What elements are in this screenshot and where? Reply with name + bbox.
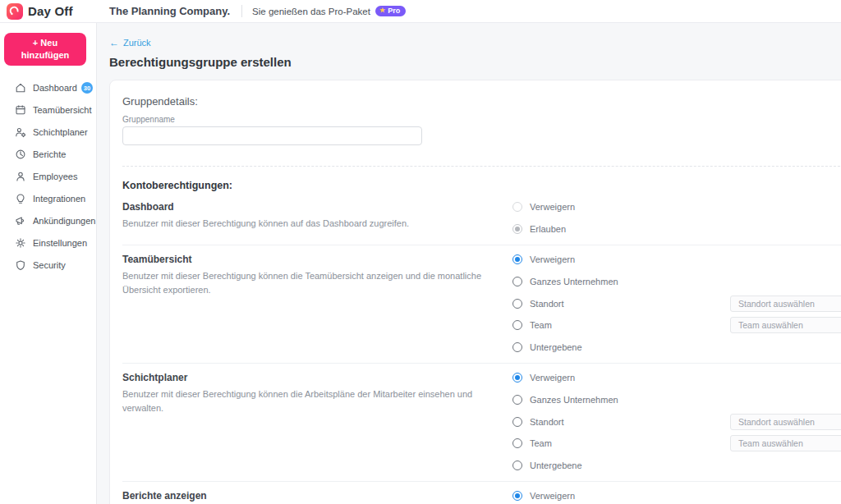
radio-standort[interactable]	[512, 299, 522, 309]
lightbulb-icon	[15, 193, 26, 204]
home-icon	[15, 82, 26, 94]
radio-verweigern[interactable]	[512, 254, 522, 264]
sidebar: + Neuhinzufügen Dashboard30Teamübersicht…	[0, 23, 97, 504]
megaphone-icon	[15, 215, 26, 227]
sidebar-item-berichte[interactable]: Berichte	[0, 144, 96, 166]
dashed-divider	[122, 166, 841, 167]
brand[interactable]: Day Off	[0, 3, 109, 20]
section-description: Benutzer mit dieser Berechtigung können …	[122, 269, 488, 297]
calendar-icon	[15, 104, 26, 116]
radio-standort[interactable]	[512, 417, 522, 427]
radio-option-row: StandortStandort auswählen	[512, 410, 841, 433]
back-link[interactable]: ← Zurück	[109, 37, 151, 48]
sidebar-nav: Dashboard30TeamübersichtSchichtplanerBer…	[0, 77, 96, 277]
sidebar-item-label: Schichtplaner	[33, 127, 88, 137]
permission-group-card: Gruppendetails: Gruppenname Kontoberecht…	[109, 80, 841, 504]
person-gear-icon	[15, 126, 26, 138]
radio-team[interactable]	[512, 438, 522, 448]
radio-ganzes-unternehmen[interactable]	[512, 395, 522, 405]
person-icon	[15, 171, 26, 182]
section-description: Benutzer mit dieser Berechtigung können …	[122, 217, 488, 231]
radio-option-row: Untergebene	[512, 455, 841, 477]
sidebar-item-label: Einstellungen	[33, 238, 87, 248]
sidebar-item-team-bersicht[interactable]: Teamübersicht	[0, 99, 96, 121]
sidebar-item-integrationen[interactable]: Integrationen	[0, 188, 96, 210]
radio-team[interactable]	[512, 320, 522, 330]
section-title: Schichtplaner	[122, 372, 488, 383]
account-permissions-heading: Kontoberechtigungen:	[122, 180, 841, 191]
shield-icon	[15, 259, 26, 271]
radio-label: Verweigern	[530, 202, 575, 212]
clock-icon	[15, 149, 26, 160]
section-title: Teamübersicht	[122, 254, 488, 265]
pro-plan-note: Sie genießen das Pro-Paket	[252, 7, 370, 16]
radio-label: Team	[530, 438, 552, 448]
group-name-input[interactable]	[122, 126, 422, 145]
main-content: ← Zurück Berechtigungsgruppe erstellen G…	[97, 23, 841, 504]
sidebar-item-ank-ndigungen[interactable]: Ankündigungen	[0, 210, 96, 232]
radio-label: Team	[530, 320, 552, 330]
radio-verweigern[interactable]	[512, 491, 522, 501]
new-add-line2: hinzufügen	[21, 50, 70, 60]
sidebar-item-label: Integrationen	[33, 194, 85, 204]
radio-option-row: TeamTeam auswählen	[512, 433, 841, 455]
standort-select[interactable]: Standort auswählen	[730, 296, 841, 312]
top-header: Day Off The Planning Company. Sie genieß…	[0, 0, 841, 23]
plus-icon: +	[33, 38, 38, 48]
sidebar-item-employees[interactable]: Employees	[0, 166, 96, 188]
radio-ganzes-unternehmen[interactable]	[512, 277, 522, 286]
sidebar-item-dashboard[interactable]: Dashboard30	[0, 77, 96, 99]
section-options: VerweigernErlauben	[512, 196, 841, 240]
sidebar-item-label: Employees	[33, 172, 77, 181]
permission-sections: DashboardBenutzer mit dieser Berechtigun…	[122, 193, 841, 504]
radio-verweigern	[512, 202, 522, 212]
sidebar-item-einstellungen[interactable]: Einstellungen	[0, 232, 96, 254]
permission-section-berichte-anzeigen: Berichte anzeigenBenutzer mit dieser Ber…	[122, 481, 841, 504]
star-icon: ★	[379, 7, 385, 14]
section-options: VerweigernGanzes UnternehmenStandortStan…	[512, 367, 841, 476]
header-divider	[241, 5, 242, 17]
sidebar-item-label: Ankündigungen	[33, 216, 95, 226]
standort-select[interactable]: Standort auswählen	[730, 414, 841, 430]
team-select[interactable]: Team auswählen	[730, 435, 841, 451]
radio-label: Standort	[530, 299, 564, 309]
sidebar-item-label: Berichte	[33, 149, 66, 159]
radio-option-row: TeamTeam auswählen	[512, 314, 841, 337]
new-add-button[interactable]: + Neuhinzufügen	[4, 33, 86, 66]
sidebar-item-security[interactable]: Security	[0, 254, 96, 277]
radio-option-row: Verweigern	[512, 249, 841, 271]
permission-section-team-bersicht: TeamübersichtBenutzer mit dieser Berecht…	[122, 245, 841, 363]
permission-section-schichtplaner: SchichtplanerBenutzer mit dieser Berecht…	[122, 363, 841, 481]
radio-untergebene[interactable]	[512, 460, 522, 470]
radio-option-row: StandortStandort auswählen	[512, 292, 841, 314]
page-title: Berechtigungsgruppe erstellen	[109, 55, 841, 69]
back-link-label: Zurück	[123, 38, 151, 48]
company-name: The Planning Company.	[109, 5, 230, 17]
radio-untergebene[interactable]	[512, 342, 522, 352]
sidebar-item-label: Dashboard	[33, 83, 77, 93]
radio-label: Verweigern	[530, 254, 575, 264]
radio-label: Untergebene	[530, 342, 582, 352]
radio-option-row: Verweigern	[512, 196, 841, 218]
radio-label: Untergebene	[530, 460, 582, 470]
section-info: DashboardBenutzer mit dieser Berechtigun…	[122, 201, 512, 240]
dayoff-logo-icon	[7, 3, 23, 20]
body-row: + Neuhinzufügen Dashboard30Teamübersicht…	[0, 23, 841, 504]
section-title: Berichte anzeigen	[122, 490, 488, 502]
section-info: Berichte anzeigenBenutzer mit dieser Ber…	[122, 490, 512, 504]
logo-text: Day Off	[28, 4, 73, 18]
team-select[interactable]: Team auswählen	[730, 317, 841, 333]
radio-label: Verweigern	[530, 373, 575, 383]
app-root: Day Off The Planning Company. Sie genieß…	[0, 0, 841, 504]
section-info: SchichtplanerBenutzer mit dieser Berecht…	[122, 372, 512, 476]
pro-badge: ★ Pro	[375, 6, 406, 16]
radio-option-row: Ganzes Unternehmen	[512, 389, 841, 411]
radio-erlauben	[512, 224, 522, 234]
radio-option-row: Ganzes Unternehmen	[512, 271, 841, 293]
section-title: Dashboard	[122, 201, 488, 213]
sidebar-item-schichtplaner[interactable]: Schichtplaner	[0, 121, 96, 144]
radio-verweigern[interactable]	[512, 373, 522, 383]
group-details-label: Gruppendetails:	[122, 95, 841, 108]
pro-badge-label: Pro	[388, 7, 400, 15]
radio-option-row: Erlauben	[512, 218, 841, 241]
